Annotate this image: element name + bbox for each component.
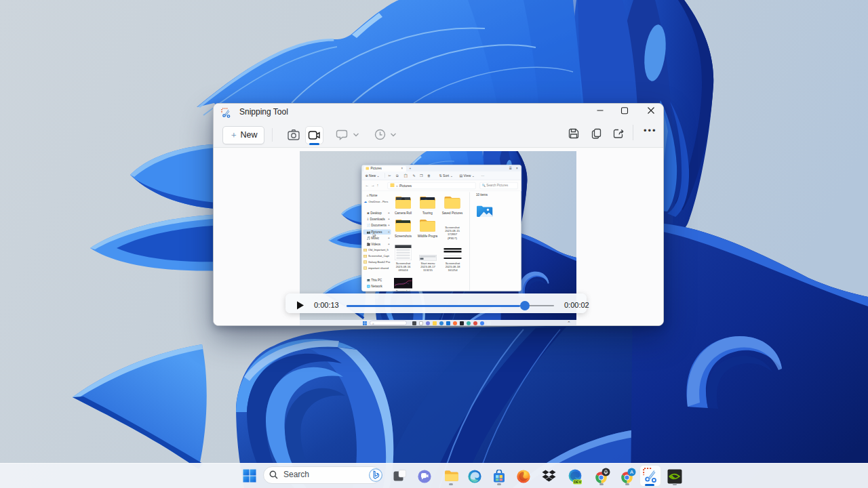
svg-text:DEV: DEV — [574, 480, 581, 484]
svg-text:A: A — [630, 469, 633, 475]
